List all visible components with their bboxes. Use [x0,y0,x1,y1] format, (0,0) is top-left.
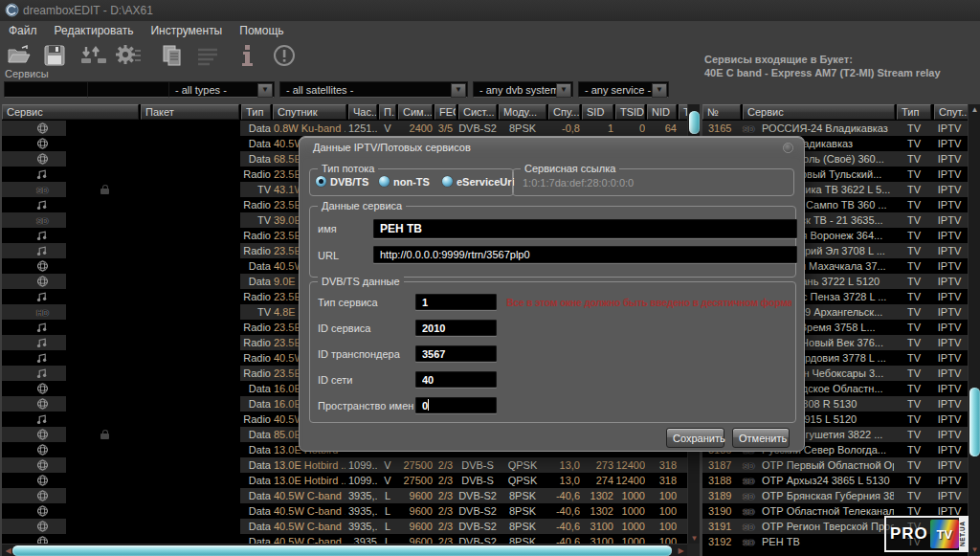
service-row[interactable]: Data0.8W Ku-band ...1251...V24003/5DVB-S… [2,121,700,136]
types-filter-dropdown[interactable]: - all types - ▼ [168,81,275,98]
service-name-input[interactable] [373,219,797,238]
service-row[interactable]: Data13.0E Hotbird ...1099...V275002/3DVB… [2,457,700,473]
service-type-input[interactable] [415,294,497,310]
column-header[interactable]: Спутник [273,104,346,120]
cell-type: TV [897,304,931,320]
menu-file[interactable]: Файл [0,21,46,37]
column-header[interactable]: Час... [348,104,377,120]
column-header[interactable]: Спут... [934,104,969,120]
cell-pol: V [379,457,396,473]
scrollbar-thumb[interactable] [689,111,700,134]
cell-type: Radio [241,197,271,212]
redacted-service-name [66,304,240,320]
bouquet-vertical-scrollbar[interactable]: ▲ ▼ [968,104,980,556]
open-file-icon[interactable] [6,42,33,69]
cell-fec: 3/5 [434,121,457,136]
cell-system: IPTV [932,258,967,274]
name-field-label: имя [318,223,337,234]
cell-tsid: 1000 [615,488,645,503]
namespace-label: Пространство имен [318,400,413,411]
bouquet-row[interactable]: 3187SDОТР Первый Областной Ор...TVIPTV [702,457,980,473]
bouquet-row[interactable]: 3189SDОТР Брянская Губерния 387...TVIPTV [702,488,980,503]
column-header[interactable]: TSID [615,104,645,120]
cell-system: IPTV [932,350,967,366]
cell-type: Radio [241,243,271,258]
copy-icon[interactable] [159,42,186,69]
types-filter-value: - all types - [175,84,227,96]
cell-type: TV [897,182,931,197]
package-filter-input[interactable] [87,81,171,98]
save-button[interactable]: Сохранить [666,428,724,448]
cell-type: TV [897,411,931,427]
cell-nid: 100 [647,503,677,519]
about-icon[interactable] [271,42,298,69]
menu-help[interactable]: Помощь [231,21,292,37]
services-horizontal-scrollbar[interactable]: ◀ ▶ [2,544,687,556]
column-header[interactable]: FEC [434,104,457,120]
cell-type: Data [241,519,271,534]
column-header[interactable]: Сист... [458,104,497,120]
cell-type: TV [241,182,271,197]
cell-type: TV [897,151,931,167]
service-filter-dropdown[interactable]: - any service - ▼ [578,81,669,98]
scrollbar-thumb[interactable] [12,545,672,556]
save-icon[interactable] [41,42,68,69]
settings-icon[interactable] [114,42,141,69]
column-header[interactable]: Моду... [499,104,546,120]
chevron-down-icon[interactable]: ▼ [652,83,667,98]
redacted-service-name [66,320,240,335]
radio-label: eServiceUri [457,176,515,188]
radio-dot[interactable] [442,176,453,187]
service-row[interactable]: Data40.5W C-band ...3935,...L96002/3DVB-… [2,503,700,519]
column-header[interactable]: SID [582,104,613,120]
chevron-down-icon[interactable]: ▼ [257,83,273,98]
column-header[interactable]: Тип [241,104,271,120]
cell-fec: 2/3 [434,457,457,473]
satellites-filter-dropdown[interactable]: - all satellites - ▼ [279,81,468,98]
transponder-id-input[interactable] [415,345,497,362]
menu-tools[interactable]: Инструменты [142,21,231,37]
cell-type: TV [897,212,931,228]
column-header[interactable]: Сервис [2,104,139,120]
column-header[interactable]: NID [647,104,677,120]
column-header[interactable]: Спу... [548,104,580,120]
info-icon[interactable] [234,42,260,69]
close-icon[interactable] [783,143,793,153]
cell-sid: 1 [582,121,613,136]
column-header[interactable]: Пакет [141,104,239,120]
chevron-down-icon[interactable]: ▼ [556,83,571,98]
redacted-service-name [66,182,240,197]
column-header[interactable]: Сервис [743,104,895,120]
transfer-icon[interactable] [79,42,106,69]
scrollbar-thumb[interactable] [969,388,980,456]
bouquet-row[interactable]: 3165SDРОССИЯ-24 ВладикавказTVIPTV [702,121,980,136]
service-row[interactable]: Data40.5W C-band ...3935,...L96002/3DVB-… [2,519,700,534]
column-header[interactable]: № [702,104,741,120]
redacted-service-name [66,335,240,350]
column-header[interactable]: Тип [897,104,931,120]
bouquet-row[interactable]: 3188SDОТР Архыз24 3865 L 5130TVIPTV [702,473,980,488]
radio-dot[interactable] [379,176,390,187]
cell-system: IPTV [932,151,967,167]
stream-type-group: Тип потока DVB/TS non-TS eServiceUri [309,168,514,196]
list-icon[interactable] [194,42,221,69]
service-name-filter-input[interactable] [4,81,90,98]
cell-type: TV [897,457,931,473]
cell-system: IPTV [932,136,967,151]
service-row[interactable]: Data13.0E Hotbird ...1099...V275002/3DVB… [2,473,700,488]
network-id-input[interactable] [415,371,497,388]
column-header[interactable]: П... [379,104,396,120]
dvb-system-filter-dropdown[interactable]: - any dvb system - ▼ [473,81,573,98]
cell-type: Radio [241,320,271,335]
radio-dot[interactable] [316,176,326,187]
protv-watermark: PRO TV NET.UA [884,516,969,552]
chevron-down-icon[interactable]: ▼ [451,83,466,98]
menu-edit[interactable]: Редактировать [46,21,143,37]
service-row[interactable]: Data40.5W C-band ...3935,...L96002/3DVB-… [2,488,700,503]
service-url-input[interactable] [373,246,797,263]
column-header[interactable]: Сим... [398,104,433,120]
cancel-button[interactable]: Отменить [732,428,790,448]
service-id-input[interactable] [415,320,497,336]
cell-type: TV [897,121,931,136]
menu-bar: ФайлРедактироватьИнструментыПомощь [0,21,980,39]
